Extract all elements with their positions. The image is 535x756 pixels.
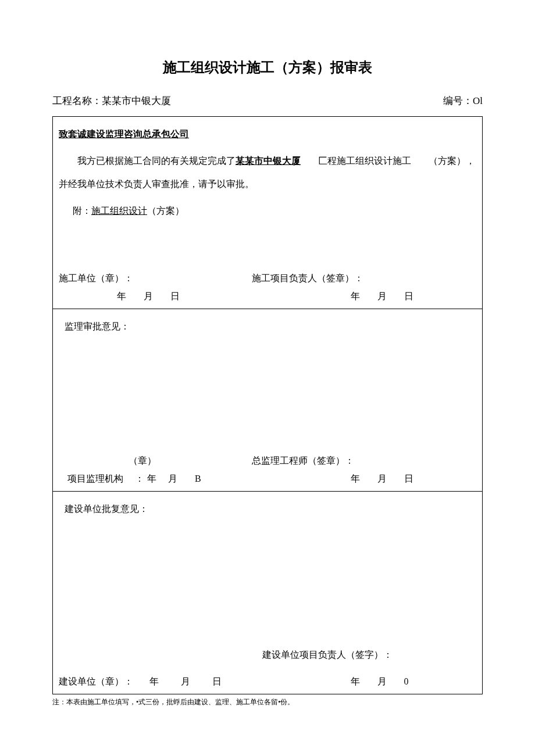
owner-opinion-label: 建设单位批复意见： [53, 492, 482, 521]
body-post1: 匚程施工组织设计施工 [318, 156, 411, 166]
year-1r: 年 [351, 291, 360, 301]
body-pre: 我方已根据施工合同的有关规定完成了 [77, 156, 236, 166]
project-name-field: 工程名称：某某市中银大厦 [52, 94, 171, 108]
body-text: 我方已根据施工合同的有关规定完成了某某市中银大厦匚程施工组织设计施工（方案），并… [59, 149, 476, 196]
year-2r: 年 [351, 474, 360, 483]
zero-3r: 0 [404, 676, 409, 686]
month-1l: 月 [144, 291, 153, 301]
form-table: 致套诚建设监理咨询总承包公司 我方已根据施工合同的有关规定完成了某某市中银大厦匚… [52, 116, 483, 694]
day-2r: 日 [404, 474, 413, 483]
section-owner: 建设单位批复意见： 建设单位项目负责人（签字）： 建设单位（章）： 年 月 日 … [53, 492, 482, 694]
year-3l: 年 [149, 676, 159, 686]
project-name: 某某市中银大厦 [102, 95, 171, 106]
attach-label: 附： [73, 206, 91, 216]
year-2l: 年 [147, 473, 156, 485]
year-1l: 年 [117, 291, 126, 301]
supervisor-org-label: 项目监理机构 [67, 473, 123, 485]
month-2r: 月 [377, 474, 387, 483]
day-3l: 日 [212, 676, 222, 686]
signature-area-2: （章） 项目监理机构 ： 年 月 B 总监理工程师（签章）： 年月日 [53, 443, 482, 491]
day-1r: 日 [404, 291, 413, 301]
header-row: 工程名称：某某市中银大厦 编号：Ol [52, 94, 483, 108]
project-label: 工程名称： [52, 95, 102, 106]
attach-suffix: （方案） [147, 206, 184, 216]
month-3r: 月 [377, 676, 387, 686]
month-3l: 月 [181, 676, 190, 686]
number-field: 编号：Ol [443, 94, 483, 108]
attach-text: 施工组织设计 [91, 206, 147, 216]
owner-pm-sig-label: 建设单位项目负责人（签字）： [59, 649, 476, 661]
page-title: 施工组织设计施工（方案）报审表 [52, 58, 483, 77]
number-value: Ol [473, 95, 483, 106]
month-2l: 月 [168, 473, 177, 485]
footnote: 注：本表由施工单位填写，•式三份，批蜉后由建设、监理、施工单位各留•份。 [52, 697, 483, 707]
project-manager-sig-label: 施工项目负责人（签章）： [234, 273, 476, 285]
day-1l: 日 [170, 291, 180, 301]
signature-area-3: 建设单位项目负责人（签字）： 建设单位（章）： 年 月 日 年月0 [53, 637, 482, 694]
addressee: 致套诚建设监理咨询总承包公司 [59, 128, 189, 141]
chief-supervisor-sig-label: 总监理工程师（签章）： [234, 455, 476, 467]
body-bold: 某某市中银大厦 [236, 156, 301, 166]
stamp-label: （章） [59, 455, 234, 467]
attachment-line: 附：施工组织设计（方案） [59, 202, 476, 220]
date-row-1: 年月日 年月日 [59, 291, 476, 303]
section-supervisor: 监理审批意见： （章） 项目监理机构 ： 年 月 B 总监理工程师 [53, 309, 482, 492]
supervisor-opinion-label: 监理审批意见： [53, 309, 482, 339]
year-3r: 年 [351, 676, 360, 686]
month-1r: 月 [377, 291, 387, 301]
colon: ： [135, 473, 144, 485]
number-label: 编号： [443, 95, 473, 106]
day-b-2l: B [195, 474, 201, 484]
contractor-stamp-label: 施工单位（章）： [59, 273, 234, 285]
signature-area-1: 施工单位（章）： 施工项目负责人（签章）： 年月日 年月日 [59, 273, 476, 303]
section-contractor: 致套诚建设监理咨询总承包公司 我方已根据施工合同的有关规定完成了某某市中银大厦匚… [53, 117, 482, 309]
owner-stamp-label: 建设单位（章）： [59, 676, 133, 686]
